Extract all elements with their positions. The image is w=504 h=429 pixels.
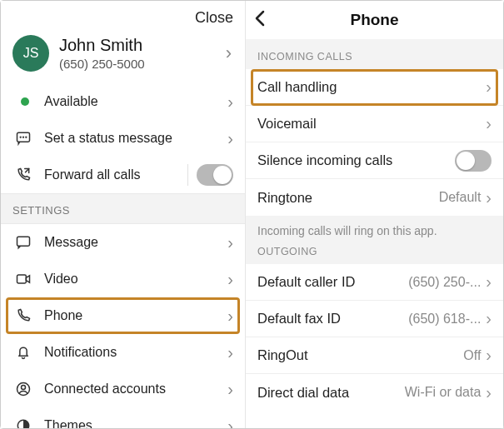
- sidebar-item-themes[interactable]: Themes ›: [1, 407, 245, 428]
- row-label: Default fax ID: [257, 311, 408, 327]
- chevron-right-icon: ›: [224, 42, 233, 64]
- chevron-right-icon: ›: [227, 233, 233, 252]
- close-button[interactable]: Close: [195, 9, 233, 27]
- user-icon: [12, 381, 34, 397]
- set-status-label: Set a status message: [44, 131, 227, 146]
- profile-name: John Smith: [59, 36, 224, 55]
- row-label: Silence incoming calls: [257, 152, 455, 168]
- row-value: (650) 618-...: [408, 312, 481, 327]
- row-label: Default caller ID: [257, 274, 408, 290]
- set-status-row[interactable]: Set a status message ›: [1, 120, 245, 157]
- chevron-right-icon: ›: [227, 380, 233, 399]
- bell-icon: [12, 344, 34, 361]
- phone-settings-pane: Phone INCOMING CALLS Call handling › Voi…: [246, 1, 503, 428]
- settings-header: SETTINGS: [1, 193, 245, 224]
- row-label: Voicemail: [257, 116, 486, 132]
- row-ringtone[interactable]: Ringtone Default ›: [246, 179, 503, 216]
- status-dot-icon: [21, 97, 29, 106]
- row-value: Wi-Fi or data: [405, 385, 482, 400]
- row-default-fax-id[interactable]: Default fax ID (650) 618-... ›: [246, 301, 503, 337]
- svg-point-7: [22, 385, 26, 389]
- row-label: RingOut: [257, 347, 463, 363]
- chevron-right-icon: ›: [486, 383, 492, 402]
- chevron-right-icon: ›: [227, 129, 233, 148]
- row-label: Call handling: [257, 79, 486, 95]
- svg-rect-5: [17, 275, 27, 283]
- sidebar-item-connected-accounts[interactable]: Connected accounts ›: [1, 371, 245, 407]
- page-title: Phone: [350, 11, 398, 29]
- row-call-handling[interactable]: Call handling ›: [246, 69, 503, 106]
- chevron-right-icon: ›: [227, 307, 233, 326]
- status-label: Available: [44, 94, 227, 109]
- chevron-right-icon: ›: [486, 114, 492, 133]
- svg-point-2: [23, 137, 24, 137]
- chevron-right-icon: ›: [486, 346, 492, 365]
- chevron-right-icon: ›: [486, 272, 492, 292]
- row-label: Ringtone: [257, 190, 439, 206]
- forward-call-icon: [12, 167, 34, 183]
- chevron-right-icon: ›: [227, 270, 233, 289]
- header: Phone: [246, 1, 503, 39]
- sidebar-item-label: Connected accounts: [44, 382, 227, 397]
- svg-point-3: [26, 137, 27, 137]
- row-label: Direct dial data: [257, 385, 405, 401]
- chevron-right-icon: ›: [227, 417, 233, 429]
- svg-rect-4: [17, 237, 30, 246]
- sidebar-item-label: Video: [44, 272, 227, 287]
- chevron-right-icon: ›: [486, 77, 492, 97]
- forward-toggle[interactable]: [197, 164, 233, 186]
- back-button[interactable]: [254, 9, 267, 27]
- profile-phone: (650) 250-5000: [59, 57, 224, 71]
- sidebar-item-label: Phone: [44, 308, 227, 323]
- chevron-right-icon: ›: [486, 309, 492, 328]
- chevron-right-icon: ›: [227, 92, 233, 112]
- status-row[interactable]: Available ›: [1, 83, 245, 120]
- sidebar-item-message[interactable]: Message ›: [1, 224, 245, 261]
- forward-label: Forward all calls: [44, 167, 179, 182]
- theme-icon: [12, 417, 34, 428]
- message-icon: [12, 234, 34, 251]
- forward-calls-row[interactable]: Forward all calls: [1, 157, 245, 193]
- sidebar-item-label: Notifications: [44, 345, 227, 360]
- row-default-caller-id[interactable]: Default caller ID (650) 250-... ›: [246, 264, 503, 301]
- sidebar-item-phone[interactable]: Phone ›: [1, 297, 245, 334]
- sidebar-item-label: Themes: [44, 418, 227, 428]
- video-icon: [12, 271, 34, 287]
- row-ringout[interactable]: RingOut Off ›: [246, 337, 503, 374]
- message-bubble-icon: [12, 130, 34, 147]
- incoming-hint: Incoming calls will ring on this app.: [246, 216, 503, 241]
- row-value: Off: [463, 348, 481, 363]
- row-value: Default: [439, 190, 482, 205]
- row-silence-incoming[interactable]: Silence incoming calls: [246, 142, 503, 179]
- svg-point-1: [20, 137, 21, 137]
- outgoing-header: OUTGOING: [246, 241, 503, 264]
- avatar: JS: [12, 35, 49, 72]
- divider: [187, 164, 188, 186]
- incoming-calls-header: INCOMING CALLS: [246, 39, 503, 69]
- row-direct-dial-data[interactable]: Direct dial data Wi-Fi or data ›: [246, 374, 503, 411]
- chevron-right-icon: ›: [227, 343, 233, 362]
- silence-toggle[interactable]: [455, 150, 492, 172]
- row-value: (650) 250-...: [408, 275, 481, 290]
- sidebar-item-label: Message: [44, 235, 227, 250]
- sidebar-item-notifications[interactable]: Notifications ›: [1, 334, 245, 371]
- sidebar-item-video[interactable]: Video ›: [1, 261, 245, 297]
- chevron-right-icon: ›: [486, 188, 492, 207]
- phone-icon: [12, 307, 34, 324]
- settings-sidebar: Close JS John Smith (650) 250-5000 › Ava…: [1, 1, 246, 428]
- row-voicemail[interactable]: Voicemail ›: [246, 106, 503, 142]
- profile-row[interactable]: JS John Smith (650) 250-5000 ›: [1, 27, 245, 83]
